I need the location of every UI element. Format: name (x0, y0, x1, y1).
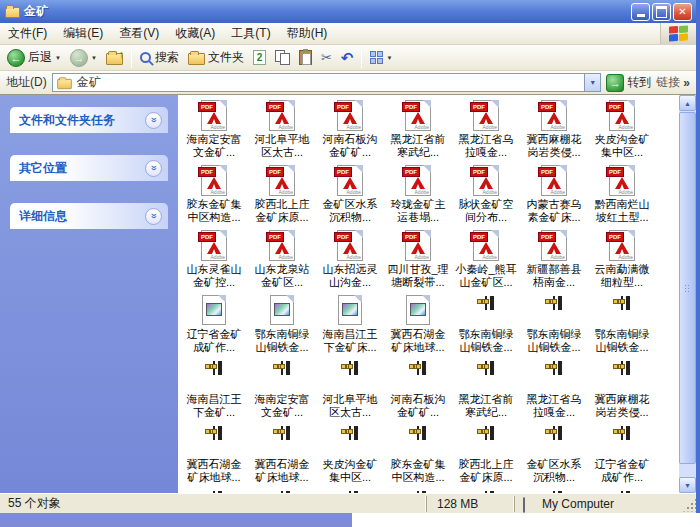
back-dropdown-icon[interactable]: ▼ (55, 55, 61, 61)
menu-tools[interactable]: 工具(T) (223, 23, 278, 44)
rar-file-icon (316, 358, 384, 393)
search-button[interactable]: 搜索 (137, 48, 182, 67)
pdf-file-icon: PDFAdobe (248, 98, 316, 133)
file-item[interactable]: PDFAdobe黑龙江省前寒武纪... (384, 98, 452, 163)
file-item[interactable]: 金矿区水系沉积物... (520, 423, 588, 488)
file-item[interactable]: 冀西麻棚花岗岩类侵... (588, 358, 656, 423)
forward-dropdown-icon[interactable]: ▼ (91, 55, 97, 61)
file-item[interactable]: 黑龙江省乌拉嘎金... (520, 358, 588, 423)
location-label: My Computer (542, 497, 614, 511)
menu-help[interactable]: 帮助(H) (279, 23, 336, 44)
file-item[interactable]: 海南昌江王下金矿床... (316, 293, 384, 358)
sync-button[interactable]: 2 (250, 49, 269, 66)
file-item[interactable]: PDFAdobe山东龙泉站金矿区... (248, 228, 316, 293)
toolbar-separator (131, 48, 132, 68)
file-item[interactable]: PDFAdobe山东招远灵山沟金... (316, 228, 384, 293)
pdf-file-icon: PDFAdobe (452, 228, 520, 263)
file-item[interactable]: PDFAdobe河北阜平地区太古... (248, 98, 316, 163)
collapse-button[interactable]: « (145, 160, 162, 177)
file-item[interactable]: PDFAdobe海南定安富文金矿... (180, 98, 248, 163)
scrollbar-track[interactable] (679, 111, 696, 477)
file-item[interactable]: PDFAdobe金矿区水系沉积物... (316, 163, 384, 228)
cut-button[interactable]: ✂ (318, 49, 335, 66)
folder-icon (5, 7, 20, 18)
file-item[interactable]: PDFAdobe黑龙江省乌拉嘎金... (452, 98, 520, 163)
file-item[interactable]: 辽宁省金矿成矿作... (180, 293, 248, 358)
go-button[interactable]: → 转到 (606, 74, 651, 92)
scroll-up-button[interactable]: ▲ (679, 95, 696, 111)
scrollbar-thumb[interactable] (679, 112, 696, 464)
pdf-file-icon: PDFAdobe (384, 98, 452, 133)
pdf-file-icon: PDFAdobe (180, 163, 248, 198)
file-item[interactable]: PDFAdobe夹皮沟金矿集中区... (588, 98, 656, 163)
file-item[interactable]: 海南昌江王下金矿... (180, 358, 248, 423)
views-dropdown-icon[interactable]: ▼ (386, 55, 392, 61)
size-indicator: 128 MB (426, 496, 514, 512)
file-name: 冀西石湖金矿床地球... (248, 458, 316, 484)
collapse-button[interactable]: « (145, 208, 162, 225)
paste-button[interactable] (296, 49, 315, 66)
menu-favorites[interactable]: 收藏(A) (167, 23, 223, 44)
file-item[interactable]: PDFAdobe黔西南烂山坡红土型... (588, 163, 656, 228)
file-item[interactable]: PDFAdobe玲珑金矿主运巷塌... (384, 163, 452, 228)
pdf-file-icon: PDFAdobe (180, 228, 248, 263)
resize-grip[interactable] (682, 498, 696, 512)
file-name: 鄂东南铜绿山铜铁金... (452, 328, 520, 354)
file-item[interactable]: 河北阜平地区太古... (316, 358, 384, 423)
file-item[interactable]: PDFAdobe新疆鄯善县梧南金... (520, 228, 588, 293)
panel-header-other-places[interactable]: 其它位置 « (10, 155, 168, 181)
cut-icon: ✂ (321, 50, 332, 65)
minimize-button[interactable] (631, 3, 650, 21)
menu-edit[interactable]: 编辑(E) (55, 23, 111, 44)
window-title: 金矿 (24, 3, 48, 20)
menu-file[interactable]: 文件(F) (0, 23, 55, 44)
file-item[interactable]: 冀西石湖金矿床地球... (248, 423, 316, 488)
file-item[interactable]: PDFAdobe小秦岭_熊耳山金矿区... (452, 228, 520, 293)
up-button[interactable]: ↑ (103, 49, 126, 66)
file-item[interactable]: 鄂东南铜绿山铜铁金... (452, 293, 520, 358)
back-button[interactable]: ← 后退 ▼ (4, 48, 64, 68)
file-item[interactable]: 夹皮沟金矿集中区... (316, 423, 384, 488)
close-button[interactable]: ✕ (673, 3, 692, 21)
file-item[interactable]: PDFAdobe脉状金矿空间分布... (452, 163, 520, 228)
file-item[interactable]: 鄂东南铜绿山铜铁金... (520, 293, 588, 358)
file-item[interactable]: PDFAdobe河南石板沟金矿矿... (316, 98, 384, 163)
scroll-down-button[interactable]: ▼ (679, 477, 696, 493)
address-input[interactable]: 金矿 ▼ (52, 73, 602, 92)
file-item[interactable]: PDFAdobe内蒙古赛乌素金矿床... (520, 163, 588, 228)
file-item[interactable]: PDFAdobe四川甘孜_理塘断裂带... (384, 228, 452, 293)
file-item[interactable]: 辽宁省金矿成矿作... (588, 423, 656, 488)
file-item[interactable]: 冀西石湖金矿床地球... (384, 293, 452, 358)
file-item[interactable]: 海南定安富文金矿... (248, 358, 316, 423)
file-item[interactable]: 胶东金矿集中区构造... (384, 423, 452, 488)
views-button[interactable]: ▼ (367, 50, 395, 65)
links-bar[interactable]: 链接 » (656, 74, 692, 91)
file-item[interactable]: PDFAdobe冀西麻棚花岗岩类侵... (520, 98, 588, 163)
forward-button[interactable]: → ▼ (67, 48, 100, 68)
file-item[interactable]: PDFAdobe胶东金矿集中区构造... (180, 163, 248, 228)
file-item[interactable]: 鄂东南铜绿山铜铁金... (588, 293, 656, 358)
file-item[interactable]: 胶西北上庄金矿床原... (452, 423, 520, 488)
copy-button[interactable] (272, 49, 293, 66)
file-item[interactable]: 河南石板沟金矿矿... (384, 358, 452, 423)
file-item[interactable]: PDFAdobe山东灵雀山金矿控... (180, 228, 248, 293)
file-item[interactable]: PDFAdobe胶西北上庄金矿床原... (248, 163, 316, 228)
panel-header-file-tasks[interactable]: 文件和文件夹任务 « (10, 107, 168, 133)
panel-header-details[interactable]: 详细信息 « (10, 203, 168, 229)
file-item[interactable]: 鄂东南铜绿山铜铁金... (248, 293, 316, 358)
file-item[interactable]: 黑龙江省前寒武纪... (452, 358, 520, 423)
maximize-button[interactable] (652, 3, 671, 21)
address-dropdown-button[interactable]: ▼ (584, 74, 600, 91)
folders-button[interactable]: 文件夹 (185, 48, 247, 67)
vertical-scrollbar[interactable]: ▲ ▼ (679, 95, 696, 493)
folders-icon (188, 53, 205, 65)
windows-flag-icon (669, 25, 688, 42)
file-name: 河南石板沟金矿矿... (316, 133, 384, 159)
collapse-button[interactable]: « (145, 112, 162, 129)
file-item[interactable]: PDFAdobe云南勐满微细粒型... (588, 228, 656, 293)
menu-view[interactable]: 查看(V) (111, 23, 167, 44)
rar-file-icon (520, 358, 588, 393)
file-list-area: PDFAdobe海南定安富文金矿...PDFAdobe河北阜平地区太古...PD… (178, 95, 679, 493)
undo-button[interactable]: ↶ (338, 49, 357, 66)
file-item[interactable]: 冀西石湖金矿床地球... (180, 423, 248, 488)
